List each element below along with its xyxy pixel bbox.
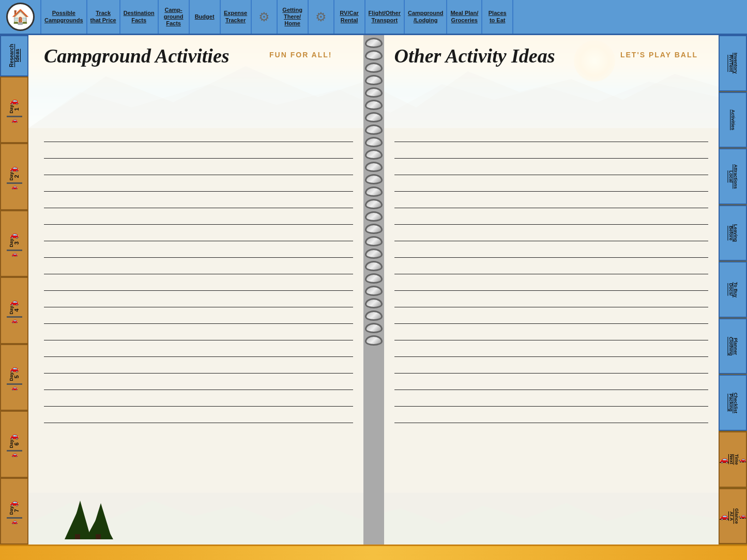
right-ruled-area — [394, 126, 709, 542]
day7-label: Day7 — [9, 506, 20, 515]
sidebar-item-day1[interactable]: 🚗 Day1 🚗 — [0, 76, 28, 143]
before-leaving-label: BeforeLeaving — [728, 224, 738, 242]
day3-label: Day3 — [9, 239, 20, 247]
notebook-left-page: Campground Activities FUN FOR ALL! — [28, 35, 363, 545]
left-header: Campground Activities FUN FOR ALL! — [28, 35, 363, 126]
svg-rect-9 — [96, 534, 101, 539]
sidebar-item-local-attractions[interactable]: LocalAttractions — [719, 148, 747, 205]
sidebar-item-day2[interactable]: 🚗 Day2 🚗 — [0, 143, 28, 210]
nav-destination-facts[interactable]: DestinationFacts — [120, 0, 159, 34]
sidebar-item-at-a-glance[interactable]: 🚗 At AGlance 🚗 — [719, 488, 747, 545]
nav-track-price[interactable]: Trackthat Price — [87, 0, 120, 34]
local-attractions-label: LocalAttractions — [728, 164, 738, 189]
research-tab-label: ResearchIdeas — [9, 44, 20, 67]
notebook-right-page: Other Activity Ideas LET'S PLAY BALL — [384, 35, 719, 545]
sidebar-item-day7[interactable]: 🚗 Day7 🚗 — [0, 478, 28, 545]
nav-expense-tracker[interactable]: ExpenseTracker — [221, 0, 252, 34]
home-icon: 🏠 — [6, 3, 35, 31]
sidebar-item-packing-checklist[interactable]: PackingChecklist — [719, 375, 747, 431]
day4-label: Day4 — [9, 306, 20, 315]
nav-meal-plan[interactable]: Meal Plan/Groceries — [447, 0, 482, 34]
next-time-label: NextTime — [728, 454, 739, 465]
day6-label: Day6 — [9, 440, 20, 448]
top-navigation: 🏠 PossibleCampgrounds Trackthat Price De… — [0, 0, 747, 35]
left-tabs: ResearchIdeas 🚗 Day1 🚗 🚗 Day2 🚗 🚗 Day3 🚗… — [0, 35, 28, 545]
day5-label: Day5 — [9, 372, 20, 381]
right-subtitle: LET'S PLAY BALL — [620, 51, 698, 59]
nav-campground-lodging[interactable]: Campground/Lodging — [405, 0, 447, 34]
sidebar-item-research[interactable]: ResearchIdeas — [0, 35, 28, 76]
sidebar-item-rv-inventory[interactable]: RV/TentInventory — [719, 35, 747, 91]
sidebar-item-day3[interactable]: 🚗 Day3 🚗 — [0, 210, 28, 277]
sidebar-item-clothing-planner[interactable]: ClothingPlanner — [719, 318, 747, 375]
nav-campground-facts[interactable]: Camp-groundFacts — [159, 0, 190, 34]
spiral-binding — [363, 35, 384, 545]
nav-places-to-eat[interactable]: Placesto Eat — [482, 0, 513, 34]
nav-getting-there[interactable]: GettingThere/Home — [278, 0, 309, 34]
nav-flight-transport[interactable]: Flight/OtherTransport — [365, 0, 405, 34]
right-tabs: RV/TentInventory Activities LocalAttract… — [719, 35, 747, 545]
day1-label: Day1 — [9, 105, 20, 114]
packing-checklist-label: PackingChecklist — [728, 393, 738, 413]
rv-inventory-label: RV/TentInventory — [728, 53, 738, 74]
left-subtitle: FUN FOR ALL! — [269, 51, 332, 59]
docs-to-buy-label: Docs/To Buy — [728, 282, 738, 298]
sidebar-item-day4[interactable]: 🚗 Day4 🚗 — [0, 277, 28, 344]
svg-rect-8 — [75, 534, 80, 539]
right-header: Other Activity Ideas LET'S PLAY BALL — [384, 35, 719, 126]
at-a-glance-label: At AGlance — [728, 508, 739, 524]
main-content: Campground Activities FUN FOR ALL! — [28, 35, 719, 545]
nav-possible-campgrounds[interactable]: PossibleCampgrounds — [41, 0, 87, 34]
tree-decorations — [59, 495, 127, 542]
activities-label: Activities — [730, 110, 736, 130]
sidebar-item-docs-to-buy[interactable]: Docs/To Buy — [719, 261, 747, 318]
nav-rv-car-rental[interactable]: RV/CarRental — [334, 0, 365, 34]
home-button[interactable]: 🏠 — [0, 0, 41, 34]
sidebar-item-before-leaving[interactable]: BeforeLeaving — [719, 205, 747, 261]
sidebar-item-next-time[interactable]: 🚗 NextTime 🚗 — [719, 431, 747, 488]
sidebar-item-day6[interactable]: 🚗 Day6 🚗 — [0, 411, 28, 477]
nav-budget[interactable]: Budget — [190, 0, 221, 34]
sidebar-item-activities[interactable]: Activities — [719, 92, 747, 148]
left-ruled-area — [44, 126, 353, 542]
sidebar-item-day5[interactable]: 🚗 Day5 🚗 — [0, 344, 28, 411]
bottom-bar — [0, 545, 747, 560]
clothing-planner-label: ClothingPlanner — [728, 337, 738, 356]
day2-label: Day2 — [9, 172, 20, 181]
